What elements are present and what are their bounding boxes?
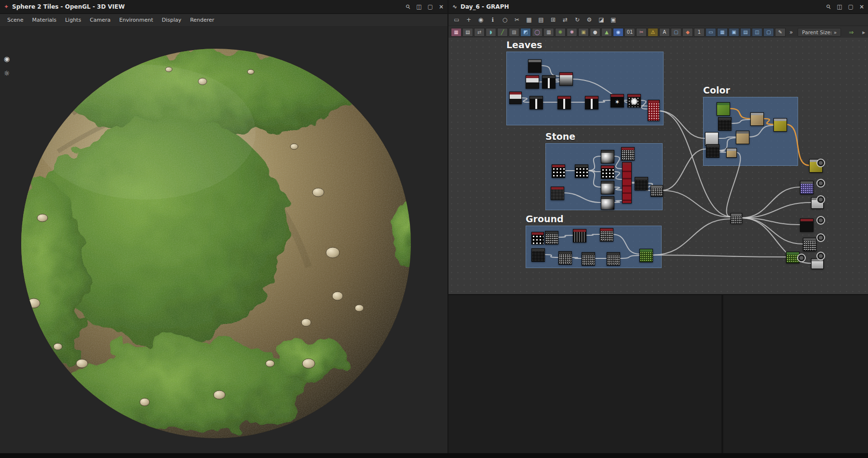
menu-scene[interactable]: Scene — [3, 14, 28, 26]
warning-node-icon[interactable]: ⚠ — [648, 28, 658, 37]
rotate-icon[interactable]: ↻ — [572, 15, 583, 25]
reorder-icon[interactable]: ⇄ — [560, 15, 570, 25]
maximize-icon[interactable]: ▢ — [428, 4, 433, 10]
graph-node[interactable] — [552, 164, 565, 178]
menu-camera[interactable]: Camera — [85, 14, 115, 26]
menu-lights[interactable]: Lights — [61, 14, 85, 26]
graph-node[interactable] — [717, 102, 730, 116]
graph-node[interactable] — [601, 181, 614, 194]
text-node-icon[interactable]: A — [659, 28, 670, 37]
graph-node[interactable] — [803, 238, 816, 251]
tile-node-icon[interactable]: ▣ — [578, 28, 589, 37]
graph-node[interactable] — [621, 147, 635, 161]
graph-node[interactable] — [582, 252, 595, 266]
graph-titlebar[interactable]: ∿ Day_6 - GRAPH ⚲◫▢× — [448, 0, 868, 14]
output-connector[interactable] — [816, 252, 825, 260]
gradient-map-node-icon[interactable]: ❋ — [555, 28, 566, 37]
graph-node[interactable] — [726, 148, 737, 158]
graph-node[interactable] — [531, 248, 545, 262]
selection-tool-icon[interactable]: ▭ — [451, 15, 462, 25]
graph-node[interactable] — [750, 112, 764, 126]
table-icon[interactable]: ▤ — [536, 15, 546, 25]
frame-grid-tool-icon[interactable]: ▦ — [717, 28, 728, 37]
droplet-node-icon[interactable]: ◆ — [682, 28, 693, 37]
graph-node[interactable] — [607, 252, 620, 266]
grid-snap-icon[interactable]: ▦ — [524, 15, 534, 25]
graph-node[interactable] — [601, 150, 614, 163]
graph-node[interactable] — [773, 118, 787, 132]
graph-node[interactable] — [531, 232, 544, 244]
output-connector[interactable] — [816, 179, 825, 188]
graph-node[interactable] — [526, 75, 539, 89]
link-size-icon[interactable]: ⇒ — [846, 27, 856, 37]
graph-node[interactable] — [639, 249, 653, 262]
align-tool-icon[interactable]: ◫ — [752, 28, 762, 37]
3d-viewport[interactable]: ◉☼ — [0, 26, 448, 453]
pyramid-node-icon[interactable]: ▲ — [601, 28, 612, 37]
split-view-icon[interactable]: ◫ — [837, 4, 842, 10]
display-camera-icon[interactable]: ◉ — [4, 55, 10, 63]
connect-icon[interactable]: ⊞ — [548, 15, 558, 25]
info-tool-icon[interactable]: ℹ — [488, 15, 498, 25]
frame-icon[interactable]: ▣ — [608, 15, 619, 25]
pin-frame-tool-icon[interactable]: ▢ — [763, 28, 774, 37]
comment-icon[interactable]: ✎ — [775, 28, 786, 37]
graph-node[interactable] — [736, 131, 749, 144]
output-connector[interactable] — [816, 216, 825, 225]
graph-node[interactable] — [575, 164, 588, 178]
layout-tool-icon[interactable]: ▣ — [729, 28, 739, 37]
graph-node[interactable] — [558, 251, 572, 265]
curve-node-icon[interactable]: ╱ — [497, 28, 508, 37]
graph-node[interactable] — [573, 229, 586, 242]
output-connector[interactable] — [816, 233, 825, 242]
graph-node[interactable] — [731, 213, 742, 224]
close-icon[interactable]: × — [859, 4, 864, 10]
graph-node[interactable] — [585, 96, 598, 109]
graph-canvas[interactable]: LeavesStoneGroundColor✶ — [448, 38, 868, 294]
output-connector[interactable] — [816, 159, 825, 167]
palette-overflow-chevron[interactable]: » — [789, 29, 793, 36]
search-icon[interactable]: ○ — [500, 15, 510, 25]
pin-icon[interactable]: ⚲ — [826, 3, 832, 11]
pin-icon[interactable]: ⚲ — [405, 3, 412, 11]
pin-size-icon[interactable]: ▸ — [858, 27, 868, 37]
screenshot-icon[interactable]: ◉ — [475, 15, 486, 25]
graph-node[interactable] — [551, 187, 564, 200]
graph-node[interactable] — [800, 181, 814, 194]
marquee-node-icon[interactable]: ▢ — [671, 28, 681, 37]
splatter-node-icon[interactable]: ✱ — [567, 28, 577, 37]
output-connector[interactable] — [797, 254, 806, 262]
cut-links-icon[interactable]: ✂ — [512, 15, 522, 25]
graph-node[interactable] — [635, 177, 648, 190]
maximize-icon[interactable]: ▢ — [848, 4, 854, 10]
exposure-icon[interactable]: ◪ — [596, 15, 607, 25]
parent-size-button[interactable]: Parent Size: » — [798, 28, 841, 37]
shape-node-icon[interactable]: ● — [590, 28, 600, 37]
menu-renderer[interactable]: Renderer — [186, 14, 218, 26]
3d-view-titlebar[interactable]: ✦ Sphere 2 Tiles - OpenGL - 3D VIEW ⚲◫▢× — [0, 0, 448, 14]
frame-tool-icon[interactable]: ▭ — [705, 28, 716, 37]
wrench-icon[interactable]: ⚙ — [584, 15, 595, 25]
graph-node[interactable] — [545, 231, 558, 244]
svg-node-icon[interactable]: ▤ — [462, 28, 473, 37]
graph-node[interactable] — [622, 162, 632, 203]
graph-node[interactable]: ✶ — [610, 94, 624, 108]
scissors-node-icon[interactable]: ✂ — [636, 28, 647, 37]
bitmap-node-icon[interactable]: ▦ — [451, 28, 461, 37]
graph-node[interactable] — [651, 185, 663, 197]
graph-node[interactable] — [718, 117, 732, 131]
output-connector[interactable] — [816, 195, 825, 204]
hsl-node-icon[interactable]: ◯ — [532, 28, 542, 37]
graph-node[interactable] — [557, 96, 571, 109]
split-view-icon[interactable]: ◫ — [416, 4, 421, 10]
snap-tool-icon[interactable]: ▤ — [740, 28, 751, 37]
height-node-icon[interactable]: 01 — [624, 28, 635, 37]
light-icon[interactable]: ☼ — [4, 69, 10, 77]
graph-node[interactable] — [706, 144, 719, 158]
graph-node[interactable] — [529, 96, 543, 109]
graph-node[interactable] — [528, 59, 542, 73]
pan-tool-icon[interactable]: + — [463, 15, 474, 25]
graph-node[interactable] — [559, 72, 573, 86]
normal-node-icon[interactable]: ◉ — [613, 28, 624, 37]
graph-node[interactable] — [648, 100, 660, 121]
